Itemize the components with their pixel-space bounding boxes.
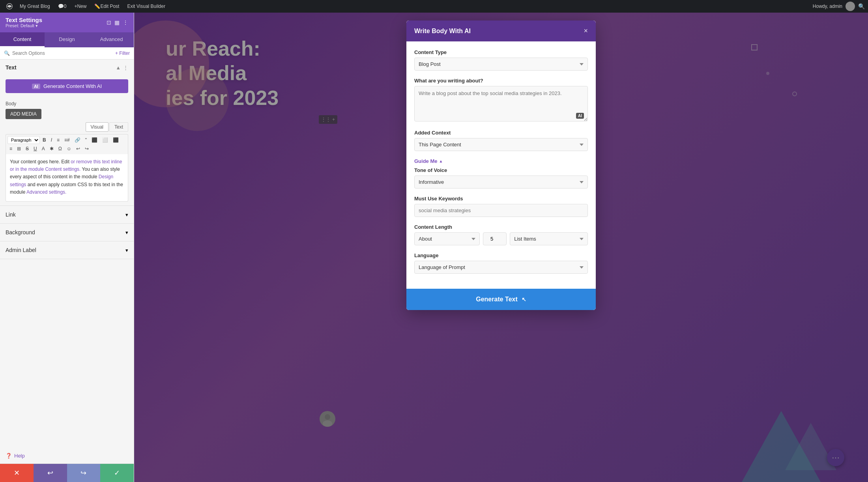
editor-tab-text[interactable]: Text [109,122,128,132]
wp-logo-icon[interactable] [3,0,16,13]
special-btn[interactable]: ✱ [48,145,56,153]
generate-btn-wrapper: Generate Text ↖ [406,289,596,310]
text-section-icons: ▲ ⋮ [116,65,128,71]
tab-advanced[interactable]: Advanced [89,32,134,47]
underline-btn[interactable]: U [32,145,39,153]
unit-select[interactable]: List Items Paragraphs Sentences Words [510,232,588,245]
tab-content[interactable]: Content [0,32,45,47]
help-icon: ❓ [6,453,12,459]
language-select[interactable]: Language of Prompt English Spanish [414,261,588,274]
main-layout: Text Settings Preset: Default ▾ ⊡ ▦ ⋮ Co… [0,13,868,482]
sidebar-title: Text Settings [6,17,42,23]
language-label: Language [414,252,588,258]
content-type-group: Content Type Blog Post Article Product D… [414,49,588,71]
edit-post-btn[interactable]: ✏️ Edit Post [90,0,123,13]
background-section-header[interactable]: Background ▾ [6,224,128,241]
link-section-header[interactable]: Link ▾ [6,206,128,223]
text-section: Text ▲ ⋮ AI Generate Content With AI Bod… [0,60,134,206]
added-context-select[interactable]: This Page Content None Custom [414,138,588,151]
redo-button[interactable]: ↪ [67,464,101,482]
editor-content[interactable]: Your content goes here. Edit or remove t… [6,154,128,202]
bold-btn[interactable]: B [41,136,48,144]
modal-title: Write Body With AI [414,28,471,35]
align-center-btn[interactable]: ⬜ [100,136,110,144]
background-section: Background ▾ [0,224,134,241]
admin-bar-right: Howdy, admin 🔍 [813,2,865,11]
modal-close-button[interactable]: × [584,27,588,35]
emoji-btn[interactable]: ☺ [65,145,73,153]
text-section-title: Text [6,64,17,71]
language-group: Language Language of Prompt English Span… [414,252,588,274]
tone-group: Tone of Voice Informative Casual Profess… [414,167,588,189]
search-icon: 🔍 [4,50,10,56]
link-section: Link ▾ [0,206,134,224]
about-select[interactable]: About Exactly At Least [414,232,480,245]
collapse-icon[interactable]: ▲ [116,65,121,71]
undo-button[interactable]: ↩ [34,464,67,482]
align-right-btn[interactable]: ⬛ [111,136,121,144]
guide-me-link[interactable]: Guide Me ▲ [414,158,443,164]
sidebar-footer[interactable]: ❓ Help [0,448,134,463]
fullscreen-icon[interactable]: ⊡ [107,19,111,26]
tone-select[interactable]: Informative Casual Professional [414,176,588,189]
save-button[interactable]: ✓ [100,464,134,482]
tab-design[interactable]: Design [45,32,89,47]
content-length-label: Content Length [414,224,588,230]
generate-ai-button[interactable]: AI Generate Content With AI [6,79,128,93]
link-btn[interactable]: 🔗 [73,136,82,144]
background-chevron-icon: ▾ [125,230,128,235]
ol-btn[interactable]: ≡# [62,136,72,144]
editor-tabs: Visual Text [6,122,128,132]
body-section: Body ADD MEDIA Visual Text Paragraph B I… [0,97,134,206]
modal-footer: Generate Text ↖ [406,289,596,310]
editor-tab-visual[interactable]: Visual [86,122,108,132]
quote-btn[interactable]: " [83,136,89,144]
new-post-btn[interactable]: + New [70,0,90,13]
added-context-group: Added Context This Page Content None Cus… [414,130,588,151]
editor-text-1: Your content goes here. Edit [10,159,71,164]
add-media-button[interactable]: ADD MEDIA [6,109,41,119]
italic-btn[interactable]: I [49,136,54,144]
length-number-input[interactable] [483,232,507,245]
admin-label-section-header[interactable]: Admin Label ▾ [6,241,128,259]
keywords-input[interactable] [414,204,588,217]
columns-icon[interactable]: ▦ [114,19,120,26]
what-writing-textarea[interactable] [414,86,588,121]
keywords-group: Must Use Keywords [414,196,588,217]
guide-me-arrow-icon: ▲ [439,159,443,163]
strikethrough-btn[interactable]: S [24,145,31,153]
more-icon[interactable]: ⋮ [123,19,128,26]
color-btn[interactable]: A [40,145,47,153]
ai-badge: AI [32,84,40,89]
background-label: Background [6,229,35,235]
paragraph-select[interactable]: Paragraph [7,136,40,144]
generate-text-button[interactable]: Generate Text ↖ [406,289,596,310]
site-name[interactable]: My Great Blog [16,0,54,13]
text-section-header[interactable]: Text ▲ ⋮ [0,60,134,75]
keywords-label: Must Use Keywords [414,196,588,202]
undo-editor-btn[interactable]: ↩ [74,145,82,153]
discard-button[interactable]: ✕ [0,464,34,482]
sidebar-header-icons: ⊡ ▦ ⋮ [107,19,128,26]
ai-modal: Write Body With AI × Content Type Blog P… [406,21,596,310]
redo-editor-btn[interactable]: ↪ [83,145,91,153]
filter-button[interactable]: + Filter [115,50,130,56]
link-chevron-icon: ▾ [125,212,128,218]
content-type-select[interactable]: Blog Post Article Product Description [414,58,588,71]
justify-btn[interactable]: ≡ [7,145,14,153]
admin-label-chevron-icon: ▾ [125,247,128,253]
howdy-text: Howdy, admin [813,4,842,9]
search-icon[interactable]: 🔍 [858,3,865,9]
align-left-btn[interactable]: ⬛ [90,136,99,144]
omega-btn[interactable]: Ω [56,145,64,153]
search-input[interactable] [12,50,113,56]
ul-btn[interactable]: ≡ [55,136,62,144]
editor-text-link3[interactable]: Advanced settings. [26,189,66,195]
comments-count[interactable]: 💬 0 [54,0,71,13]
table-btn[interactable]: ⊞ [15,145,23,153]
more-options-icon[interactable]: ⋮ [123,65,128,71]
added-context-label: Added Context [414,130,588,136]
exit-builder-btn[interactable]: Exit Visual Builder [123,0,169,13]
sidebar-preset[interactable]: Preset: Default ▾ [6,23,42,28]
main-content-area: ur Reach: al Media ies for 2023 ⋮⋮ + ⋯ [134,13,868,482]
